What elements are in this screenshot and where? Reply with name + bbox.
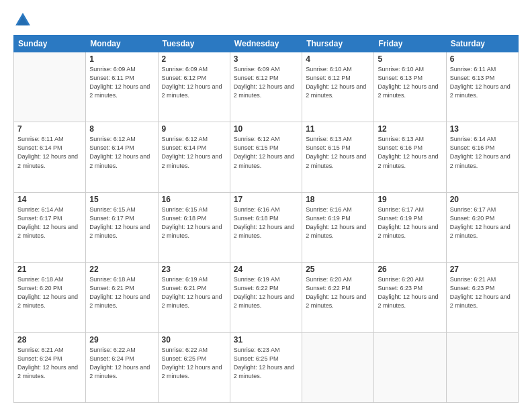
calendar-cell: 20Sunrise: 6:17 AM Sunset: 6:20 PM Dayli… [446,192,518,262]
day-info: Sunrise: 6:17 AM Sunset: 6:20 PM Dayligh… [450,205,515,240]
logo-icon [13,11,32,30]
day-number: 18 [306,195,370,204]
calendar-table: SundayMondayTuesdayWednesdayThursdayFrid… [13,35,519,403]
day-info: Sunrise: 6:19 AM Sunset: 6:21 PM Dayligh… [162,275,226,310]
day-number: 22 [89,265,154,274]
day-number: 9 [162,124,226,134]
calendar-cell: 26Sunrise: 6:20 AM Sunset: 6:23 PM Dayli… [374,263,446,332]
day-number: 28 [17,335,82,345]
page: SundayMondayTuesdayWednesdayThursdayFrid… [0,0,532,411]
calendar-cell [14,52,86,122]
calendar-week-row: 1Sunrise: 6:09 AM Sunset: 6:11 PM Daylig… [14,52,519,122]
day-number: 1 [89,54,154,64]
day-number: 14 [17,195,82,204]
day-info: Sunrise: 6:14 AM Sunset: 6:17 PM Dayligh… [17,205,82,240]
calendar-cell: 7Sunrise: 6:11 AM Sunset: 6:14 PM Daylig… [14,122,86,192]
day-number: 30 [162,335,226,345]
day-number: 10 [234,124,298,134]
weekday-header-wednesday: Wednesday [230,36,302,52]
calendar-cell: 14Sunrise: 6:14 AM Sunset: 6:17 PM Dayli… [14,192,86,262]
calendar-cell: 11Sunrise: 6:13 AM Sunset: 6:15 PM Dayli… [302,122,374,192]
calendar-cell: 22Sunrise: 6:18 AM Sunset: 6:21 PM Dayli… [86,263,158,332]
day-info: Sunrise: 6:17 AM Sunset: 6:19 PM Dayligh… [378,205,442,240]
day-number: 27 [450,265,515,274]
day-number: 6 [450,54,515,64]
calendar-cell: 8Sunrise: 6:12 AM Sunset: 6:14 PM Daylig… [86,122,158,192]
calendar-cell: 4Sunrise: 6:10 AM Sunset: 6:12 PM Daylig… [302,52,374,122]
calendar-cell: 6Sunrise: 6:11 AM Sunset: 6:13 PM Daylig… [446,52,518,122]
day-info: Sunrise: 6:12 AM Sunset: 6:15 PM Dayligh… [234,135,298,170]
calendar-cell [374,332,446,402]
calendar-cell: 29Sunrise: 6:22 AM Sunset: 6:24 PM Dayli… [86,332,158,402]
day-info: Sunrise: 6:15 AM Sunset: 6:18 PM Dayligh… [162,205,226,240]
weekday-header-tuesday: Tuesday [158,36,230,52]
calendar-cell: 25Sunrise: 6:20 AM Sunset: 6:22 PM Dayli… [302,263,374,332]
weekday-header-friday: Friday [374,36,446,52]
day-info: Sunrise: 6:20 AM Sunset: 6:23 PM Dayligh… [378,275,442,310]
logo [13,11,35,30]
day-info: Sunrise: 6:09 AM Sunset: 6:11 PM Dayligh… [89,65,154,100]
day-info: Sunrise: 6:22 AM Sunset: 6:24 PM Dayligh… [89,346,154,381]
calendar-cell: 27Sunrise: 6:21 AM Sunset: 6:23 PM Dayli… [446,263,518,332]
calendar-cell [446,332,518,402]
calendar-cell: 9Sunrise: 6:12 AM Sunset: 6:14 PM Daylig… [158,122,230,192]
day-info: Sunrise: 6:16 AM Sunset: 6:18 PM Dayligh… [234,205,298,240]
calendar-week-row: 28Sunrise: 6:21 AM Sunset: 6:24 PM Dayli… [14,332,519,402]
day-number: 2 [162,54,226,64]
day-info: Sunrise: 6:12 AM Sunset: 6:14 PM Dayligh… [162,135,226,170]
calendar-cell: 10Sunrise: 6:12 AM Sunset: 6:15 PM Dayli… [230,122,302,192]
day-info: Sunrise: 6:21 AM Sunset: 6:24 PM Dayligh… [17,346,82,381]
day-number: 26 [378,265,442,274]
calendar-cell: 16Sunrise: 6:15 AM Sunset: 6:18 PM Dayli… [158,192,230,262]
calendar-cell: 13Sunrise: 6:14 AM Sunset: 6:16 PM Dayli… [446,122,518,192]
calendar-cell: 28Sunrise: 6:21 AM Sunset: 6:24 PM Dayli… [14,332,86,402]
day-number: 20 [450,195,515,204]
day-info: Sunrise: 6:10 AM Sunset: 6:12 PM Dayligh… [306,65,370,100]
calendar-cell: 23Sunrise: 6:19 AM Sunset: 6:21 PM Dayli… [158,263,230,332]
header [13,11,519,30]
calendar-week-row: 7Sunrise: 6:11 AM Sunset: 6:14 PM Daylig… [14,122,519,192]
weekday-header-thursday: Thursday [302,36,374,52]
day-info: Sunrise: 6:18 AM Sunset: 6:20 PM Dayligh… [17,275,82,310]
day-info: Sunrise: 6:19 AM Sunset: 6:22 PM Dayligh… [234,275,298,310]
day-number: 29 [89,335,154,345]
calendar-week-row: 14Sunrise: 6:14 AM Sunset: 6:17 PM Dayli… [14,192,519,262]
day-info: Sunrise: 6:14 AM Sunset: 6:16 PM Dayligh… [450,135,515,170]
calendar-week-row: 21Sunrise: 6:18 AM Sunset: 6:20 PM Dayli… [14,263,519,332]
day-number: 4 [306,54,370,64]
calendar-cell: 1Sunrise: 6:09 AM Sunset: 6:11 PM Daylig… [86,52,158,122]
day-info: Sunrise: 6:12 AM Sunset: 6:14 PM Dayligh… [89,135,154,170]
calendar-cell: 19Sunrise: 6:17 AM Sunset: 6:19 PM Dayli… [374,192,446,262]
day-number: 11 [306,124,370,134]
day-number: 19 [378,195,442,204]
day-info: Sunrise: 6:20 AM Sunset: 6:22 PM Dayligh… [306,275,370,310]
calendar-cell: 12Sunrise: 6:13 AM Sunset: 6:16 PM Dayli… [374,122,446,192]
day-number: 8 [89,124,154,134]
day-number: 25 [306,265,370,274]
day-info: Sunrise: 6:11 AM Sunset: 6:13 PM Dayligh… [450,65,515,100]
day-number: 13 [450,124,515,134]
calendar-cell: 18Sunrise: 6:16 AM Sunset: 6:19 PM Dayli… [302,192,374,262]
day-info: Sunrise: 6:16 AM Sunset: 6:19 PM Dayligh… [306,205,370,240]
day-info: Sunrise: 6:22 AM Sunset: 6:25 PM Dayligh… [162,346,226,381]
calendar-cell: 21Sunrise: 6:18 AM Sunset: 6:20 PM Dayli… [14,263,86,332]
calendar-header-row: SundayMondayTuesdayWednesdayThursdayFrid… [14,36,519,52]
weekday-header-saturday: Saturday [446,36,518,52]
day-info: Sunrise: 6:09 AM Sunset: 6:12 PM Dayligh… [162,65,226,100]
day-number: 12 [378,124,442,134]
day-info: Sunrise: 6:18 AM Sunset: 6:21 PM Dayligh… [89,275,154,310]
calendar-cell: 5Sunrise: 6:10 AM Sunset: 6:13 PM Daylig… [374,52,446,122]
day-info: Sunrise: 6:23 AM Sunset: 6:25 PM Dayligh… [234,346,298,381]
day-info: Sunrise: 6:21 AM Sunset: 6:23 PM Dayligh… [450,275,515,310]
day-number: 7 [17,124,82,134]
calendar-cell: 24Sunrise: 6:19 AM Sunset: 6:22 PM Dayli… [230,263,302,332]
day-info: Sunrise: 6:11 AM Sunset: 6:14 PM Dayligh… [17,135,82,170]
day-number: 24 [234,265,298,274]
day-number: 17 [234,195,298,204]
day-number: 31 [234,335,298,345]
day-number: 21 [17,265,82,274]
calendar-cell: 31Sunrise: 6:23 AM Sunset: 6:25 PM Dayli… [230,332,302,402]
day-info: Sunrise: 6:15 AM Sunset: 6:17 PM Dayligh… [89,205,154,240]
calendar-cell: 2Sunrise: 6:09 AM Sunset: 6:12 PM Daylig… [158,52,230,122]
day-number: 16 [162,195,226,204]
